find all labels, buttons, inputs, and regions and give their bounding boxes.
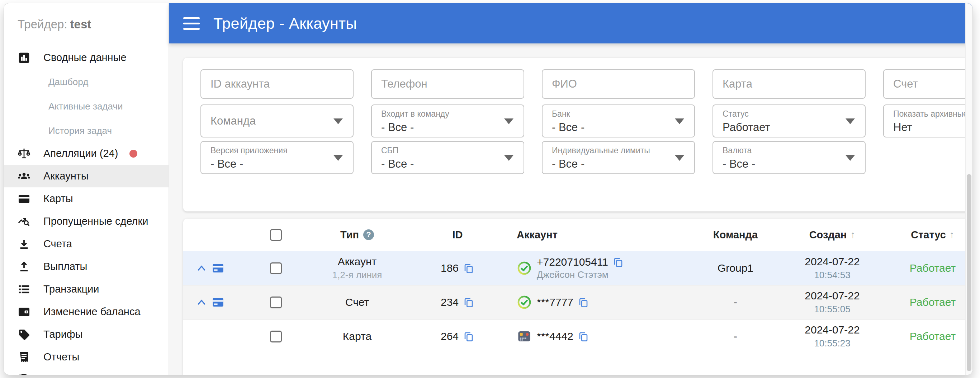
- account-id-input[interactable]: [200, 69, 353, 99]
- created-time: 10:54:53: [814, 270, 850, 281]
- copy-icon[interactable]: [463, 297, 474, 308]
- sidebar-item-summary[interactable]: Сводные данные: [4, 46, 169, 69]
- bank-select[interactable]: Банк - Все -: [542, 104, 695, 137]
- sidebar-item-appeals[interactable]: Апелляции (24): [4, 142, 169, 165]
- list-icon: [17, 282, 31, 297]
- filter-row-2: Команда Входит в команду - Все - Банк - …: [200, 104, 972, 137]
- created-date: 2024-07-22: [805, 290, 859, 302]
- sort-up-icon: ↑: [850, 229, 855, 241]
- app-version-select[interactable]: Версия приложения - Все -: [200, 141, 353, 174]
- sidebar-item-label: Карты: [43, 193, 73, 205]
- appeals-unread-dot: [129, 150, 137, 158]
- account-holder-name: Джейсон Стэтэм: [537, 269, 624, 280]
- select-value: - Все -: [381, 158, 502, 171]
- account-number-input[interactable]: [883, 69, 972, 99]
- created-time: 10:55:23: [814, 338, 850, 349]
- collapse-chevron-icon[interactable]: [197, 299, 206, 306]
- sidebar-item-dashboard[interactable]: Дашборд: [4, 71, 169, 93]
- sidebar-item-cards[interactable]: Карты: [4, 187, 169, 210]
- sber-check-icon: [517, 261, 532, 276]
- show-archived-select[interactable]: Показать архивные Нет: [883, 104, 972, 137]
- select-value: Команда: [210, 115, 256, 128]
- account-value: ***7777: [537, 296, 573, 308]
- column-header-status[interactable]: Статус ↑: [879, 219, 972, 251]
- sidebar-item-label: Отчеты: [43, 351, 79, 363]
- sbp-select[interactable]: СБП - Все -: [371, 141, 524, 174]
- select-label: Версия приложения: [210, 146, 331, 155]
- copy-icon[interactable]: [578, 297, 589, 308]
- copy-icon[interactable]: [578, 331, 589, 342]
- bar-chart-icon: [17, 51, 31, 65]
- row-checkbox[interactable]: [270, 331, 282, 343]
- sidebar-item-tariffs[interactable]: Тарифы: [4, 323, 169, 346]
- created-time: 10:55:05: [814, 304, 850, 315]
- card-input[interactable]: [713, 69, 865, 99]
- select-label: Показать архивные: [893, 109, 972, 118]
- sidebar-item-label: Выплаты: [43, 261, 87, 273]
- sidebar-item-label: История задач: [48, 125, 112, 136]
- sidebar-item-label: Депозиты и выводы: [43, 374, 140, 375]
- sidebar-item-label: Активные задачи: [48, 101, 123, 112]
- vertical-scrollbar[interactable]: [965, 3, 972, 375]
- user-name: test: [70, 18, 91, 31]
- sidebar-item-invoices[interactable]: Счета: [4, 233, 169, 255]
- screenshot-stage: Трейдер:test Сводные данные Дашборд Акти…: [0, 0, 980, 378]
- individual-limits-select[interactable]: Индивидуальные лимиты - Все -: [542, 141, 695, 174]
- sidebar-item-reports[interactable]: Отчеты: [4, 346, 169, 368]
- sidebar-item-payouts[interactable]: Выплаты: [4, 255, 169, 278]
- chevron-down-icon: [846, 155, 855, 161]
- select-label: СБП: [381, 146, 502, 155]
- filter-row-1: [200, 69, 972, 99]
- select-label: Валюта: [722, 146, 843, 155]
- hamburger-menu-icon[interactable]: [183, 17, 200, 30]
- column-header-type: Тип ?: [298, 219, 416, 251]
- sidebar-item-missed-deals[interactable]: Пропущенные сделки: [4, 210, 169, 233]
- column-header-created[interactable]: Создан ↑: [786, 219, 879, 251]
- select-value: - Все -: [381, 121, 502, 134]
- sidebar-item-balance-change[interactable]: Изменение баланса: [4, 300, 169, 323]
- user-role-label: Трейдер:: [18, 18, 67, 31]
- sidebar-item-active-tasks[interactable]: Активные задачи: [4, 95, 169, 118]
- team-value: -: [733, 296, 737, 308]
- sidebar-item-accounts[interactable]: Аккаунты: [4, 165, 169, 187]
- card-link-icon[interactable]: [212, 297, 224, 307]
- sidebar-item-task-history[interactable]: История задач: [4, 120, 169, 142]
- in-team-select[interactable]: Входит в команду - Все -: [371, 104, 524, 137]
- chevron-down-icon: [504, 155, 514, 161]
- chevron-down-icon: [504, 118, 514, 124]
- select-label: Входит в команду: [381, 109, 502, 118]
- sidebar-item-deposits-withdrawals[interactable]: $ Депозиты и выводы: [4, 368, 169, 375]
- bank-card-icon: [517, 329, 532, 344]
- account-type: Счет: [345, 296, 369, 308]
- sidebar-item-label: Дашборд: [48, 77, 88, 88]
- chevron-down-icon: [675, 118, 684, 124]
- copy-icon[interactable]: [463, 262, 474, 274]
- phone-input[interactable]: [371, 69, 524, 99]
- receipt-icon: [17, 350, 31, 364]
- app-window: Трейдер:test Сводные данные Дашборд Акти…: [3, 3, 973, 375]
- copy-icon[interactable]: [612, 256, 624, 268]
- account-id: 186: [441, 262, 459, 274]
- sidebar-item-label: Транзакции: [43, 283, 99, 295]
- filter-row-3: Версия приложения - Все - СБП - Все - Ин…: [200, 141, 865, 174]
- select-all-checkbox[interactable]: [270, 229, 282, 241]
- collapse-chevron-icon[interactable]: [197, 265, 206, 272]
- full-name-input[interactable]: [542, 69, 695, 99]
- scrollbar-thumb[interactable]: [967, 174, 971, 371]
- help-icon[interactable]: ?: [363, 230, 374, 240]
- sidebar-item-label: Тарифы: [43, 329, 83, 340]
- sidebar-item-transactions[interactable]: Транзакции: [4, 278, 169, 300]
- team-value: Group1: [718, 262, 753, 274]
- row-checkbox[interactable]: [270, 297, 282, 308]
- copy-icon[interactable]: [463, 331, 474, 342]
- app-bar: Трейдер - Аккаунты: [169, 3, 972, 43]
- team-select[interactable]: Команда: [200, 104, 353, 137]
- status-select[interactable]: Статус Работает: [713, 104, 865, 137]
- page-title: Трейдер - Аккаунты: [213, 15, 357, 32]
- select-value: Работает: [722, 121, 843, 134]
- filters-panel: Команда Входит в команду - Все - Банк - …: [183, 58, 972, 211]
- row-checkbox[interactable]: [270, 262, 282, 274]
- currency-select[interactable]: Валюта - Все -: [713, 141, 865, 174]
- card-link-icon[interactable]: [212, 263, 224, 273]
- chevron-down-icon: [846, 118, 855, 124]
